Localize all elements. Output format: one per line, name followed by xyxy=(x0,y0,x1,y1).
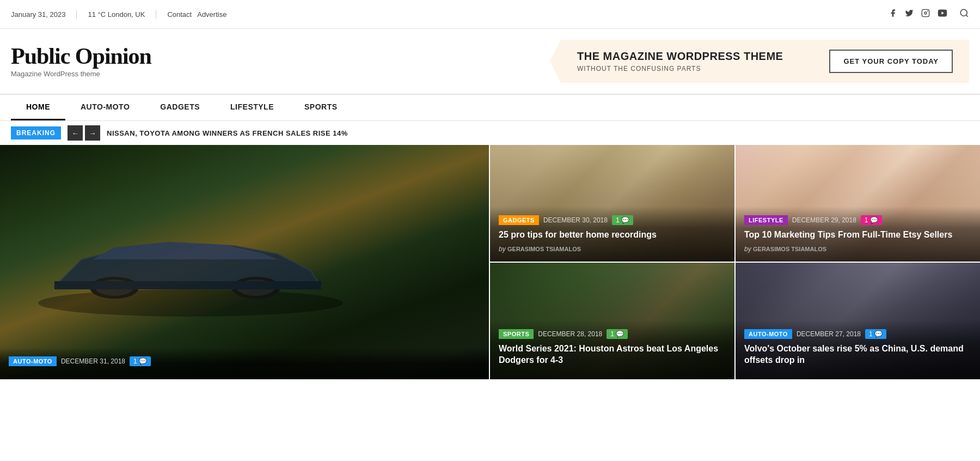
twitter-icon[interactable] xyxy=(905,9,914,20)
nav-sports[interactable]: SPORTS xyxy=(289,95,353,120)
breaking-text: NISSAN, TOYOTA AMONG WINNERS AS FRENCH S… xyxy=(107,129,348,137)
svg-point-1 xyxy=(924,12,927,14)
card-comment-gadgets: 1 💬 xyxy=(612,215,633,225)
nav-home[interactable]: HOME xyxy=(11,95,65,120)
article-card-lifestyle[interactable]: LIFESTYLE DECEMBER 29, 2018 1 💬 Top 10 M… xyxy=(736,145,980,262)
ad-banner: THE MAGAZINE WORDPRESS THEME WITHOUT THE… xyxy=(561,40,969,83)
card-meta-car: AUTO-MOTO DECEMBER 31, 2018 1 💬 xyxy=(9,356,480,366)
facebook-icon[interactable] xyxy=(889,9,897,20)
card-comment-car: 1 💬 xyxy=(130,356,151,366)
svg-point-2 xyxy=(927,10,928,11)
main-nav: HOME AUTO-MOTO GADGETS LIFESTYLE SPORTS xyxy=(0,94,980,121)
card-category-lifestyle: LIFESTYLE xyxy=(744,215,788,225)
card-meta-lifestyle: LIFESTYLE DECEMBER 29, 2018 1 💬 xyxy=(744,215,971,225)
large-card-inner: AUTO-MOTO DECEMBER 31, 2018 1 💬 xyxy=(0,145,489,379)
ad-subtitle: WITHOUT THE CONFUSING PARTS xyxy=(577,65,783,72)
nav-auto-moto[interactable]: AUTO-MOTO xyxy=(65,95,145,120)
card-overlay-gadgets: GADGETS DECEMBER 30, 2018 1 💬 25 pro tip… xyxy=(490,207,734,262)
card-comment-lifestyle: 1 💬 xyxy=(861,215,882,225)
contact-link[interactable]: Contact xyxy=(167,10,192,19)
logo-area: Public Opinion Magazine WordPress theme xyxy=(11,45,151,78)
card-overlay-sports: SPORTS DECEMBER 28, 2018 1 💬 World Serie… xyxy=(490,320,734,379)
breaking-label: BREAKING xyxy=(11,126,61,139)
article-card-sports[interactable]: SPORTS DECEMBER 28, 2018 1 💬 World Serie… xyxy=(490,263,734,379)
site-title[interactable]: Public Opinion xyxy=(11,45,151,68)
article-card-gadgets[interactable]: GADGETS DECEMBER 30, 2018 1 💬 25 pro tip… xyxy=(490,145,734,262)
svg-point-5 xyxy=(38,289,343,317)
nav-lifestyle[interactable]: LIFESTYLE xyxy=(215,95,289,120)
card-overlay-volvo: AUTO-MOTO DECEMBER 27, 2018 1 💬 Volvo's … xyxy=(736,320,980,379)
advertise-link[interactable]: Advertise xyxy=(197,10,226,19)
card-meta-volvo: AUTO-MOTO DECEMBER 27, 2018 1 💬 xyxy=(744,329,971,339)
ad-text: THE MAGAZINE WORDPRESS THEME WITHOUT THE… xyxy=(577,50,783,72)
site-subtitle: Magazine WordPress theme xyxy=(11,70,151,78)
ad-cta-button[interactable]: GET YOUR COPY TODAY xyxy=(829,50,953,73)
card-comment-sports: 1 💬 xyxy=(607,329,628,339)
card-category-gadgets: GADGETS xyxy=(499,215,539,225)
topbar-links: Contact Advertise xyxy=(156,10,889,19)
card-title-lifestyle: Top 10 Marketing Tips From Full-Time Ets… xyxy=(744,229,971,241)
ad-title: THE MAGAZINE WORDPRESS THEME xyxy=(577,50,783,63)
card-date-gadgets: DECEMBER 30, 2018 xyxy=(543,216,608,224)
card-title-gadgets: 25 pro tips for better home recordings xyxy=(499,229,726,241)
breaking-next-button[interactable]: → xyxy=(85,125,100,141)
article-card-main-car[interactable]: AUTO-MOTO DECEMBER 31, 2018 1 💬 xyxy=(0,145,489,379)
card-comment-volvo: 1 💬 xyxy=(865,329,886,339)
card-meta-gadgets: GADGETS DECEMBER 30, 2018 1 💬 xyxy=(499,215,726,225)
header: Public Opinion Magazine WordPress theme … xyxy=(0,29,980,94)
card-byline-lifestyle: by GERASIMOS TSIAMALOS xyxy=(744,245,971,253)
card-category-volvo: AUTO-MOTO xyxy=(744,329,792,339)
svg-rect-0 xyxy=(922,9,929,16)
card-category-sports: SPORTS xyxy=(499,329,534,339)
card-title-volvo: Volvo's October sales rise 5% as China, … xyxy=(744,343,971,366)
svg-line-4 xyxy=(966,15,967,16)
topbar: January 31, 2023 11 °C London, UK Contac… xyxy=(0,0,980,29)
card-byline-gadgets: by GERASIMOS TSIAMALOS xyxy=(499,245,726,253)
card-overlay-car: AUTO-MOTO DECEMBER 31, 2018 1 💬 xyxy=(0,348,489,379)
card-category-car: AUTO-MOTO xyxy=(9,356,57,366)
card-date-sports: DECEMBER 28, 2018 xyxy=(538,330,602,338)
topbar-date: January 31, 2023 xyxy=(11,10,77,19)
youtube-icon[interactable] xyxy=(938,9,947,19)
topbar-social-icons xyxy=(889,8,969,21)
card-date-lifestyle: DECEMBER 29, 2018 xyxy=(792,216,856,224)
topbar-weather: 11 °C London, UK xyxy=(77,10,156,19)
nav-gadgets[interactable]: GADGETS xyxy=(145,95,215,120)
main-grid: AUTO-MOTO DECEMBER 31, 2018 1 💬 GADGETS … xyxy=(0,145,980,379)
breaking-prev-button[interactable]: ← xyxy=(68,125,83,141)
search-icon[interactable] xyxy=(959,8,969,21)
breaking-arrows: ← → xyxy=(68,125,100,141)
breaking-bar: BREAKING ← → NISSAN, TOYOTA AMONG WINNER… xyxy=(0,121,980,145)
instagram-icon[interactable] xyxy=(921,9,930,20)
card-date-car: DECEMBER 31, 2018 xyxy=(61,357,125,365)
article-card-volvo[interactable]: AUTO-MOTO DECEMBER 27, 2018 1 💬 Volvo's … xyxy=(736,263,980,379)
card-meta-sports: SPORTS DECEMBER 28, 2018 1 💬 xyxy=(499,329,726,339)
card-overlay-lifestyle: LIFESTYLE DECEMBER 29, 2018 1 💬 Top 10 M… xyxy=(736,207,980,262)
card-author-gadgets: GERASIMOS TSIAMALOS xyxy=(507,246,581,252)
card-author-lifestyle: GERASIMOS TSIAMALOS xyxy=(753,246,826,252)
svg-point-3 xyxy=(960,9,967,16)
card-title-sports: World Series 2021: Houston Astros beat L… xyxy=(499,343,726,366)
card-date-volvo: DECEMBER 27, 2018 xyxy=(797,330,861,338)
